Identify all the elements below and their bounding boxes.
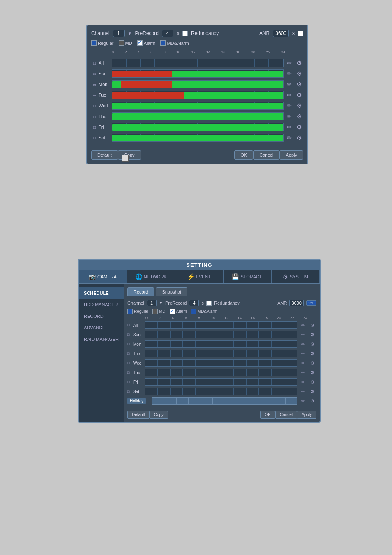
sp-bar-tue[interactable]	[145, 350, 297, 357]
day-icon-wed[interactable]: □	[91, 104, 98, 108]
day-icon-sun[interactable]: ∞	[91, 72, 98, 76]
gear-btn-mon[interactable]: ⚙	[295, 80, 303, 88]
sp-anr-value[interactable]: 3600	[289, 300, 303, 306]
sp-gear-holiday[interactable]: ⚙	[308, 397, 316, 405]
sp-edit-sun[interactable]: ✏	[299, 331, 307, 339]
gear-btn-wed[interactable]: ⚙	[295, 102, 303, 110]
sp-copy-btn[interactable]: Copy	[150, 411, 168, 419]
sidebar-item-advance[interactable]: ADVANCE	[79, 322, 124, 333]
sp-edit-wed[interactable]: ✏	[299, 359, 307, 367]
sp-prerecord-value[interactable]: 4	[189, 300, 199, 306]
bar-container-wed[interactable]	[112, 102, 284, 110]
apply-button[interactable]: Apply	[279, 150, 303, 160]
sp-bar-fri[interactable]	[145, 378, 297, 386]
sp-ok-btn[interactable]: OK	[260, 411, 275, 419]
sp-edit-thu[interactable]: ✏	[299, 368, 307, 377]
day-icon-mon[interactable]: ∞	[91, 82, 98, 87]
small-checkbox[interactable]	[122, 155, 129, 162]
sp-default-btn[interactable]: Default	[127, 411, 150, 419]
edit-btn-tue[interactable]: ✏	[285, 91, 293, 99]
sub-tab-snapshot[interactable]: Snapshot	[156, 287, 187, 296]
edit-btn-fri[interactable]: ✏	[285, 123, 293, 131]
sp-icon-thu[interactable]: □	[127, 370, 133, 375]
sp-gear-all[interactable]: ⚙	[308, 321, 316, 329]
sp-edit-fri[interactable]: ✏	[299, 378, 307, 386]
sp-gear-sun[interactable]: ⚙	[308, 331, 316, 339]
sidebar-item-record[interactable]: RECORD	[79, 310, 124, 322]
ok-button[interactable]: OK	[234, 150, 253, 160]
sp-apply-btn[interactable]: Apply	[297, 411, 316, 419]
sp-bar-wed[interactable]	[145, 359, 297, 367]
day-icon-tue[interactable]: ∞	[91, 93, 98, 97]
sp-edit-all[interactable]: ✏	[299, 321, 307, 329]
bar-container-sat[interactable]	[112, 134, 284, 142]
sp-channel-value[interactable]: 1	[147, 300, 157, 306]
edit-btn-sun[interactable]: ✏	[285, 69, 293, 78]
sp-bar-sun[interactable]	[145, 331, 297, 338]
day-icon-fri[interactable]: □	[91, 125, 98, 130]
gear-btn-thu[interactable]: ⚙	[295, 112, 303, 120]
day-icon-all[interactable]: □	[91, 61, 98, 65]
sp-actions-sun: ✏ ⚙	[299, 331, 316, 339]
sp-edit-sat[interactable]: ✏	[299, 387, 307, 395]
anr-checkbox[interactable]	[298, 31, 303, 36]
gear-btn-tue[interactable]: ⚙	[295, 91, 303, 99]
sp-edit-holiday[interactable]: ✏	[299, 397, 307, 405]
cancel-button[interactable]: Cancel	[253, 150, 279, 160]
sp-gear-thu[interactable]: ⚙	[308, 368, 316, 377]
edit-btn-sat[interactable]: ✏	[285, 134, 293, 142]
sp-bar-holiday[interactable]	[152, 397, 297, 405]
sp-edit-tue[interactable]: ✏	[299, 349, 307, 358]
edit-btn-all[interactable]: ✏	[285, 59, 293, 67]
sp-bar-thu[interactable]	[145, 369, 297, 376]
redundancy-checkbox[interactable]	[182, 31, 188, 36]
gear-btn-sat[interactable]: ⚙	[295, 134, 303, 142]
nav-tab-network[interactable]: 🌐 NETWORK	[127, 270, 175, 283]
gear-btn-sun[interactable]: ⚙	[295, 69, 303, 78]
sp-gear-tue[interactable]: ⚙	[308, 349, 316, 358]
bar-container-fri[interactable]	[112, 123, 284, 131]
bar-container-all[interactable]	[112, 59, 284, 67]
day-icon-sat[interactable]: □	[91, 136, 98, 140]
edit-btn-thu[interactable]: ✏	[285, 112, 293, 120]
gear-btn-all[interactable]: ⚙	[295, 59, 303, 67]
bar-container-sun[interactable]	[112, 69, 284, 78]
bar-container-mon[interactable]	[112, 80, 284, 88]
nav-tab-event[interactable]: ⚡ EVENT	[175, 270, 223, 283]
sp-edit-mon[interactable]: ✏	[299, 340, 307, 348]
sp-icon-all[interactable]: □	[127, 323, 133, 327]
prerecord-value[interactable]: 4	[162, 30, 173, 37]
bar-container-thu[interactable]	[112, 112, 284, 120]
sp-redundancy-cb[interactable]	[206, 301, 212, 306]
sub-tab-record[interactable]: Record	[127, 287, 154, 296]
sidebar-item-hdd[interactable]: HDD MANAGER	[79, 299, 124, 310]
sp-gear-fri[interactable]: ⚙	[308, 378, 316, 386]
gear-btn-fri[interactable]: ⚙	[295, 123, 303, 131]
sp-icon-sun[interactable]: □	[127, 333, 133, 337]
sp-bar-sat[interactable]	[145, 388, 297, 395]
sp-icon-tue[interactable]: □	[127, 352, 133, 356]
sp-bar-mon[interactable]	[145, 340, 297, 348]
edit-btn-mon[interactable]: ✏	[285, 80, 293, 88]
day-row-fri: □ Fri ✏ ⚙	[91, 122, 303, 132]
sp-gear-sat[interactable]: ⚙	[308, 387, 316, 395]
sp-cancel-btn[interactable]: Cancel	[275, 411, 297, 419]
sidebar-item-schedule[interactable]: SCHEDULE	[79, 287, 124, 299]
bar-container-tue[interactable]	[112, 91, 284, 99]
sp-icon-wed[interactable]: □	[127, 361, 133, 365]
sp-icon-mon[interactable]: □	[127, 342, 133, 346]
anr-value[interactable]: 3600	[273, 30, 289, 37]
sp-bar-all[interactable]	[145, 321, 297, 329]
sp-icon-sat[interactable]: □	[127, 389, 133, 393]
nav-tab-storage[interactable]: 💾 STORAGE	[224, 270, 272, 283]
edit-btn-wed[interactable]: ✏	[285, 102, 293, 110]
sp-gear-mon[interactable]: ⚙	[308, 340, 316, 348]
sp-gear-wed[interactable]: ⚙	[308, 359, 316, 367]
default-button[interactable]: Default	[91, 150, 118, 160]
nav-tab-system[interactable]: ⚙ SYSTEM	[272, 270, 320, 283]
nav-tab-camera[interactable]: 📷 CAMERA	[79, 270, 127, 283]
day-icon-thu[interactable]: □	[91, 114, 98, 119]
sidebar-item-raid[interactable]: RAID MANAGER	[79, 333, 124, 345]
channel-value[interactable]: 1	[113, 30, 125, 37]
sp-icon-fri[interactable]: □	[127, 380, 133, 384]
